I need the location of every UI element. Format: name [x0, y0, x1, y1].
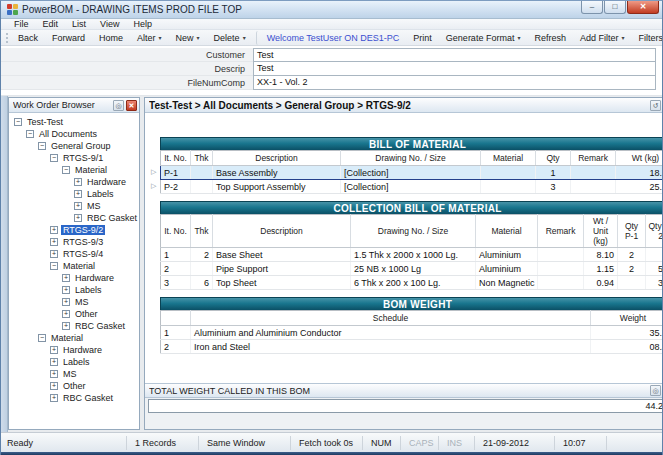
expand-icon[interactable]: + — [62, 322, 70, 330]
tree-item-labels[interactable]: +Labels — [9, 188, 139, 200]
expand-icon[interactable]: + — [62, 286, 70, 294]
expand-icon[interactable]: + — [50, 382, 58, 390]
pin-icon[interactable]: ◎ — [650, 385, 661, 396]
expand-icon[interactable]: + — [50, 394, 58, 402]
tree-item-hardware[interactable]: +Hardware — [9, 176, 139, 188]
tree-item-rbc-gasket[interactable]: +RBC Gasket — [9, 212, 139, 224]
table-row[interactable]: 2Pipe Support25 NB x 1000 LgAluminium1.1… — [161, 262, 663, 276]
tree-item-material[interactable]: −Material — [9, 164, 139, 176]
toolbar-print[interactable]: Print — [406, 31, 439, 45]
expand-icon[interactable]: + — [74, 190, 82, 198]
cell: P-1 — [161, 166, 191, 180]
form-row-filenumcomp: FileNumCompXX-1 - Vol. 2 — [1, 76, 662, 90]
tree-item-material[interactable]: −Material — [9, 332, 139, 344]
form-field-customer[interactable]: Test — [253, 48, 656, 62]
expand-icon[interactable]: + — [74, 178, 82, 186]
toolbar-filters[interactable]: Filters▾ — [631, 31, 663, 45]
toolbar-forward[interactable]: Forward — [45, 31, 92, 45]
collapse-icon[interactable]: − — [38, 334, 46, 342]
toolbar-new[interactable]: New▾ — [169, 31, 207, 45]
expand-icon[interactable]: + — [62, 274, 70, 282]
tree-item-rtgs-9-2[interactable]: +RTGS-9/2 — [9, 224, 139, 236]
tree-item-label: RTGS-9/1 — [61, 153, 105, 163]
form-field-descrip[interactable]: Test — [253, 61, 656, 76]
tree-item-hardware[interactable]: +Hardware — [9, 344, 139, 356]
toolbar-back[interactable]: Back — [11, 31, 45, 45]
menu-edit[interactable]: Edit — [36, 19, 66, 30]
col-header-material: Material — [481, 151, 536, 166]
expand-icon[interactable]: + — [62, 298, 70, 306]
maximize-button[interactable]: □ — [604, 1, 626, 14]
expand-icon[interactable]: + — [62, 310, 70, 318]
close-button[interactable]: ✕ — [627, 1, 659, 14]
table-row[interactable]: P-2Top Support Assembly[Collection]325.7… — [161, 180, 663, 194]
menu-file[interactable]: File — [7, 19, 36, 30]
toolbar-alter[interactable]: Alter▾ — [130, 31, 169, 45]
tree-item-rtgs-9-4[interactable]: +RTGS-9/4 — [9, 248, 139, 260]
cell: 0.94 — [584, 276, 618, 290]
form-label-filenumcomp: FileNumComp — [1, 76, 253, 90]
work-order-browser-panel: Work Order Browser ◎ ✕ −Test-Test−All Do… — [8, 97, 140, 430]
col-header-blank — [161, 311, 191, 326]
tree-item-ms[interactable]: +MS — [9, 296, 139, 308]
status-ins: INS — [439, 436, 475, 450]
collapse-icon[interactable]: − — [50, 262, 58, 270]
table-row[interactable]: 12Base Sheet1.5 Thk x 2000 x 1000 Lg.Alu… — [161, 248, 663, 262]
close-panel-icon[interactable]: ✕ — [126, 100, 137, 111]
form-field-filenumcomp[interactable]: XX-1 - Vol. 2 — [253, 75, 656, 90]
toolbar-delete[interactable]: Delete▾ — [207, 31, 253, 45]
cell: Aluminium and Aluminium Conductor — [191, 326, 591, 340]
collapse-icon[interactable]: − — [38, 142, 46, 150]
toolbar-add-filter[interactable]: Add Filter▾ — [573, 31, 632, 45]
total-weight-field[interactable]: 44.21 — [148, 399, 663, 413]
tree-item-rtgs-9-1[interactable]: −RTGS-9/1 — [9, 152, 139, 164]
expand-icon[interactable]: + — [74, 202, 82, 210]
expand-icon[interactable]: + — [50, 346, 58, 354]
toolbar-refresh[interactable]: Refresh — [527, 31, 573, 45]
titlebar: PowerBOM - DRAWING ITEMS PROD FILE TOP –… — [1, 1, 662, 19]
col-header-remark: Remark — [571, 151, 616, 166]
tree-item-labels[interactable]: +Labels — [9, 356, 139, 368]
table-row[interactable]: 1Aluminium and Aluminium Conductor35.75 — [161, 326, 663, 340]
expand-icon[interactable]: + — [50, 370, 58, 378]
toolbar-generate-format[interactable]: Generate Format▾ — [439, 31, 528, 45]
cell — [191, 262, 213, 276]
table-row[interactable]: 36Top Sheet6 Thk x 200 x 100 Lg.Non Magn… — [161, 276, 663, 290]
table-row[interactable]: P-1Base Assembly[Collection]118.50 — [161, 166, 663, 180]
table-row[interactable]: 2Iron and Steel08.46 — [161, 340, 663, 354]
expand-icon[interactable]: + — [50, 250, 58, 258]
tree-item-label: RBC Gasket — [61, 393, 115, 403]
tree-item-all-documents[interactable]: −All Documents — [9, 128, 139, 140]
pin-icon[interactable]: ◎ — [113, 100, 124, 111]
tree-item-other[interactable]: +Other — [9, 380, 139, 392]
menu-list[interactable]: List — [65, 19, 93, 30]
tree-item-rbc-gasket[interactable]: +RBC Gasket — [9, 392, 139, 404]
tree-item-test-test[interactable]: −Test-Test — [9, 116, 139, 128]
refresh-icon[interactable]: ↺ — [650, 100, 661, 111]
expand-icon[interactable]: + — [74, 214, 82, 222]
menu-help[interactable]: Help — [126, 19, 159, 30]
expand-icon[interactable]: + — [50, 226, 58, 234]
tree-item-material[interactable]: −Material — [9, 260, 139, 272]
tree-item-hardware[interactable]: +Hardware — [9, 272, 139, 284]
tree-item-other[interactable]: +Other — [9, 308, 139, 320]
toolbar-home[interactable]: Home — [92, 31, 130, 45]
tree-item-ms[interactable]: +MS — [9, 200, 139, 212]
collapse-icon[interactable]: − — [62, 166, 70, 174]
expand-icon[interactable]: + — [50, 238, 58, 246]
collapse-icon[interactable]: − — [50, 154, 58, 162]
tree-item-general-group[interactable]: −General Group — [9, 140, 139, 152]
expand-icon[interactable]: + — [50, 358, 58, 366]
minimize-button[interactable]: – — [581, 1, 603, 14]
row-expand-icon[interactable]: ▷ — [151, 179, 160, 193]
menu-view[interactable]: View — [93, 19, 126, 30]
tree-item-rbc-gasket[interactable]: +RBC Gasket — [9, 320, 139, 332]
tree-item-ms[interactable]: +MS — [9, 368, 139, 380]
tree-item-rtgs-9-3[interactable]: +RTGS-9/3 — [9, 236, 139, 248]
toolbar-welcome-testuser-on-des1-pc[interactable]: Welcome TestUser ON DES1-PC — [256, 31, 407, 45]
collapse-icon[interactable]: − — [14, 118, 22, 126]
tree-item-labels[interactable]: +Labels — [9, 284, 139, 296]
row-expand-icon[interactable]: ▷ — [151, 165, 160, 179]
tree-item-label: Other — [73, 309, 100, 319]
collapse-icon[interactable]: − — [26, 130, 34, 138]
